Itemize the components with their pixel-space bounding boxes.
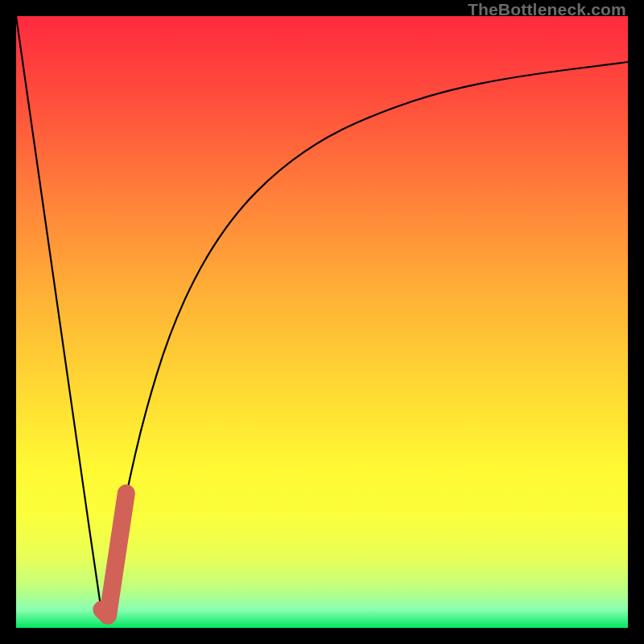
gradient-background [16,16,628,628]
chart-frame: TheBottleneck.com [0,0,644,644]
bottleneck-chart [16,16,628,628]
